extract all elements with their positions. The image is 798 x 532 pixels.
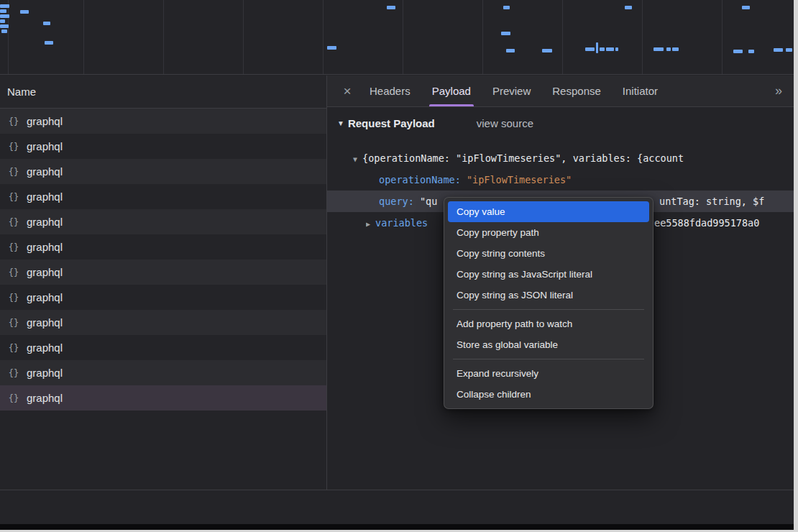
table-row[interactable]: {}graphql [0,260,326,285]
menu-item-copy-property-path[interactable]: Copy property path [448,222,649,243]
window-edge-right [794,0,798,532]
json-braces-icon: {} [7,217,20,227]
property-key: variables [375,217,428,229]
request-name: graphql [27,216,63,228]
request-name: graphql [27,191,63,203]
request-name: graphql [27,392,63,404]
json-braces-icon: {} [7,167,20,177]
table-row[interactable]: {}graphql [0,360,326,385]
request-name: graphql [27,341,63,354]
table-row[interactable]: {}graphql [0,234,326,260]
tab-preview[interactable]: Preview [482,75,541,106]
table-row[interactable]: {}graphql [0,134,326,159]
devtools-window: Name {}graphql {}graphql {}graphql {}gra… [0,0,798,532]
tree-line-variables[interactable]: ▶variables [366,212,428,234]
table-row[interactable]: {}graphql [0,310,326,335]
object-summary: {operationName: "ipFlowTimeseries", vari… [362,152,684,164]
request-name: graphql [27,165,63,178]
tab-payload[interactable]: Payload [421,75,482,106]
json-braces-icon: {} [7,116,20,127]
details-tabbar: × Headers Payload Preview Response Initi… [327,75,794,107]
section-title: Request Payload [348,117,435,129]
close-icon[interactable]: × [336,80,359,103]
menu-separator [453,359,644,359]
menu-item-collapse-children[interactable]: Collapse children [448,384,649,405]
json-braces-icon: {} [7,318,20,328]
table-row[interactable]: {}graphql [0,184,326,209]
property-value: "qu [420,196,437,207]
view-source-link[interactable]: view source [477,117,533,129]
menu-item-copy-value[interactable]: Copy value [448,201,649,222]
request-name: graphql [27,291,63,303]
menu-item-copy-string-json-literal[interactable]: Copy string as JSON literal [448,285,649,306]
table-row[interactable]: {}graphql [0,335,326,360]
property-key: query: [379,196,414,207]
variables-value-fragment: ee5588fdad995178a0 [654,212,794,234]
window-bottom-bar [0,524,794,530]
property-key: operationName: [379,174,461,185]
request-payload-section: ▼ Request Payload view source [337,117,533,129]
menu-item-copy-string-js-literal[interactable]: Copy string as JavaScript literal [448,264,649,285]
tree-root-line[interactable]: ▼{operationName: "ipFlowTimeseries", var… [353,147,684,169]
tab-initiator[interactable]: Initiator [612,75,669,106]
tab-headers[interactable]: Headers [359,75,421,106]
table-row-selected[interactable]: {}graphql [0,385,326,411]
table-row[interactable]: {}graphql [0,159,326,184]
table-row[interactable]: {}graphql [0,209,326,234]
menu-item-add-property-path-to-watch[interactable]: Add property path to watch [448,313,649,334]
json-braces-icon: {} [7,393,20,403]
more-tabs-icon[interactable]: » [763,83,794,98]
request-name: graphql [27,241,63,253]
request-name: graphql [27,266,63,278]
json-braces-icon: {} [7,293,20,303]
context-menu: Copy value Copy property path Copy strin… [444,197,653,409]
collapse-triangle-icon[interactable]: ▼ [337,119,344,127]
name-column-header[interactable]: Name [0,75,326,109]
request-name: graphql [27,140,63,152]
network-request-table: Name {}graphql {}graphql {}graphql {}gra… [0,75,326,490]
menu-separator [453,309,644,310]
request-name: graphql [27,115,63,127]
expand-triangle-icon[interactable]: ▶ [366,220,370,228]
status-footer [0,490,794,524]
table-row[interactable]: {}graphql [0,109,326,134]
json-braces-icon: {} [7,267,20,278]
menu-item-store-as-global-variable[interactable]: Store as global variable [448,334,649,355]
menu-item-copy-string-contents[interactable]: Copy string contents [448,243,649,264]
collapse-triangle-icon[interactable]: ▼ [353,155,357,163]
json-braces-icon: {} [7,142,20,152]
json-braces-icon: {} [7,242,20,252]
request-name: graphql [27,367,63,379]
json-braces-icon: {} [7,368,20,378]
json-braces-icon: {} [7,192,20,202]
tab-response[interactable]: Response [541,75,612,106]
request-name: graphql [27,316,63,329]
query-value-fragment: untTag: string, $f [659,191,794,212]
menu-item-expand-recursively[interactable]: Expand recursively [448,363,649,384]
property-value: "ipFlowTimeseries" [467,174,572,185]
tree-line-operation[interactable]: operationName: "ipFlowTimeseries" [379,169,572,191]
table-row[interactable]: {}graphql [0,285,326,310]
json-braces-icon: {} [7,343,20,353]
request-rows: {}graphql {}graphql {}graphql {}graphql … [0,109,326,411]
network-overview-timeline[interactable] [0,0,794,75]
